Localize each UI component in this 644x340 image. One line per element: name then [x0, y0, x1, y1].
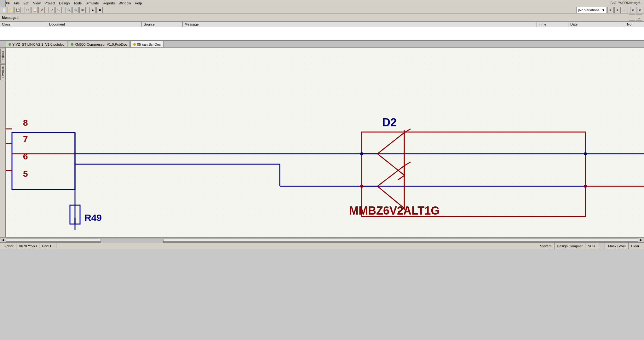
clear-section[interactable]: Clear — [629, 243, 642, 249]
scroll-bar-h[interactable]: ◀ ▶ — [0, 237, 644, 242]
menu-item-simulate[interactable]: Simulate — [83, 1, 101, 5]
toolbar: 📄 📁 💾 ✂ 📋 📌 ↩ ↪ 🔍 🔍 ⊞ ▶ ⏹ [No Variations… — [0, 6, 644, 14]
copy-btn[interactable]: 📋 — [32, 7, 38, 13]
grid-section: Grid:10 — [39, 243, 56, 249]
menu-item-design[interactable]: Design — [57, 1, 72, 5]
toolbar-path-right: ... — [623, 8, 625, 12]
pin-7-label: 7 — [23, 134, 28, 144]
tab-dot-3 — [133, 43, 136, 46]
tab-label-1: YIYZ_ST-LINK V2-1_V1.0.pcbdoc — [12, 43, 65, 46]
pin-5-label: 5 — [23, 169, 28, 179]
col-source: Source — [142, 22, 183, 27]
col-date: Date — [568, 22, 625, 27]
pin-8-label: 8 — [23, 118, 28, 128]
tab-dot-1 — [9, 43, 11, 46]
sep1 — [22, 7, 23, 13]
editor-section: Editor — [2, 243, 16, 249]
dropdown-arrow: ▼ — [602, 8, 605, 12]
menu-item-edit[interactable]: Edit — [21, 1, 31, 5]
menu-item-file[interactable]: File — [12, 1, 22, 5]
new-btn[interactable]: 📄 — [1, 7, 7, 13]
open-btn[interactable]: 📁 — [8, 7, 14, 13]
position-label: X670 Y:560 — [19, 244, 37, 248]
save-btn[interactable]: 💾 — [14, 7, 21, 13]
col-document: Document — [47, 22, 142, 27]
right-btn2[interactable]: ⊕ — [637, 7, 643, 13]
menu-item-view[interactable]: View — [31, 1, 43, 5]
tab-label-3: 05-can.SchDoc — [137, 43, 161, 46]
tab-label-2: XM600-Compressor-V1.0.PcbDoc — [75, 43, 127, 46]
scroll-track-h[interactable] — [6, 239, 638, 242]
messages-label: Messages — [2, 16, 19, 20]
tab-left-edge — [0, 0, 6, 7]
sep2 — [46, 7, 47, 13]
sep3 — [63, 7, 64, 13]
scroll-left-btn[interactable]: ◀ — [1, 238, 5, 242]
favorites-tab[interactable]: Favorites — [0, 64, 5, 80]
var-btn2[interactable]: ≡ — [614, 7, 621, 13]
pin-6-label: 6 — [23, 152, 28, 161]
projects-tab[interactable]: Projects — [0, 49, 5, 64]
tab-bar: YIYZ_ST-LINK V2-1_V1.0.pcbdoc XM600-Comp… — [0, 41, 644, 48]
title-bar-path: G:\ZL\WORK\design\... — [611, 1, 643, 5]
menu-bar: DXP File Edit View Project Design Tools … — [0, 0, 644, 6]
run-btn[interactable]: ▶ — [89, 7, 96, 13]
schematic-svg: 8 7 6 5 — [6, 48, 644, 237]
d2-label: D2 — [382, 116, 397, 129]
sep6 — [628, 7, 629, 13]
main-area: Projects Favorites 8 7 6 5 — [0, 48, 644, 237]
left-panel: Projects Favorites — [0, 48, 6, 237]
menu-item-reports[interactable]: Reports — [101, 1, 117, 5]
right-btn1[interactable]: ⊕ — [630, 7, 636, 13]
design-compiler-section[interactable]: Design Compiler — [555, 243, 585, 249]
paste-btn[interactable]: 📌 — [38, 7, 45, 13]
svg-rect-2 — [6, 48, 644, 237]
tab-pcbdoc1[interactable]: YIYZ_ST-LINK V2-1_V1.0.pcbdoc — [6, 41, 67, 47]
sch-section[interactable]: SCH — [585, 243, 598, 249]
junction-bot-left — [360, 185, 363, 188]
undo-btn[interactable]: ↩ — [49, 7, 55, 13]
messages-header: Class Document Source Message Time Date … — [0, 22, 644, 27]
editor-label: Editor — [4, 244, 14, 248]
redo-btn[interactable]: ↪ — [55, 7, 62, 13]
mask-level-section[interactable]: Mask Level — [606, 243, 629, 249]
sch-label: SCH — [588, 244, 595, 248]
tab-pcbdoc2[interactable]: XM600-Compressor-V1.0.PcbDoc — [68, 41, 130, 47]
sep5 — [104, 7, 105, 13]
variation-dropdown[interactable]: [No Variations] ▼ — [576, 7, 607, 13]
part-label: MMBZ6V2ALT1G — [349, 204, 440, 217]
stop-btn[interactable]: ⏹ — [96, 7, 103, 13]
zoom-out-btn[interactable]: 🔍 — [72, 7, 79, 13]
zoom-in-btn[interactable]: 🔍 — [66, 7, 72, 13]
system-section[interactable]: System — [538, 243, 555, 249]
messages-panel: Messages — □ Class Document Source Messa… — [0, 14, 644, 41]
menu-item-project[interactable]: Project — [43, 1, 57, 5]
msg-minimize[interactable]: — — [629, 14, 635, 21]
system-label: System — [540, 244, 552, 248]
schematic-canvas[interactable]: 8 7 6 5 — [6, 48, 644, 237]
menu-item-window[interactable]: Window — [117, 1, 133, 5]
mask-level-label: Mask Level — [608, 244, 626, 248]
messages-content — [0, 27, 644, 40]
cut-btn[interactable]: ✂ — [25, 7, 31, 13]
msg-maximize[interactable]: □ — [636, 14, 642, 21]
r49-label: R49 — [84, 212, 102, 223]
status-icon1 — [599, 243, 605, 249]
position-section: X670 Y:560 — [16, 243, 40, 249]
menu-item-help[interactable]: Help — [133, 1, 144, 5]
col-no: No. — [625, 22, 644, 27]
sep4 — [87, 7, 88, 13]
scroll-right-btn[interactable]: ▶ — [639, 238, 643, 242]
zoom-fit-btn[interactable]: ⊞ — [79, 7, 86, 13]
junction-top-left — [360, 152, 363, 155]
menu-item-tools[interactable]: Tools — [72, 1, 83, 5]
messages-title: Messages — □ — [0, 14, 644, 22]
tab-dot-2 — [71, 43, 73, 46]
var-btn1[interactable]: ≡ — [607, 7, 614, 13]
design-compiler-label: Design Compiler — [557, 244, 583, 248]
col-message: Message — [183, 22, 537, 27]
scroll-thumb-h[interactable] — [101, 239, 164, 243]
status-bar: Editor X670 Y:560 Grid:10 System Design … — [0, 242, 644, 249]
grid-label: Grid:10 — [42, 244, 53, 248]
tab-schdoc[interactable]: 05-can.SchDoc — [130, 41, 164, 47]
